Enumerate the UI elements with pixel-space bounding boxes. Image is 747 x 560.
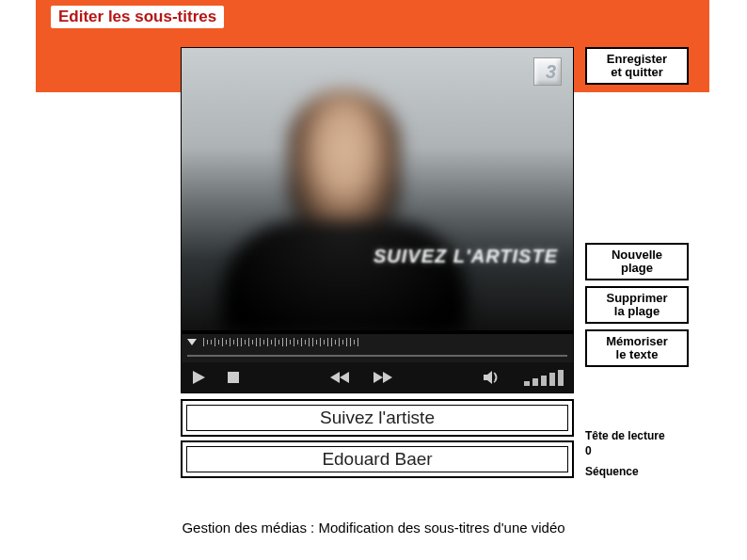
video-overlay-text: SUIVEZ L'ARTISTE [374,246,558,267]
playhead-info: Tête de lecture 0 Séquence [585,427,698,478]
svg-marker-3 [330,372,340,383]
forward-button[interactable] [372,371,392,384]
play-button[interactable] [191,370,206,385]
save-quit-button[interactable]: Enregister et quitter [585,47,689,85]
save-quit-l2: et quitter [611,65,663,79]
delete-range-button[interactable]: Supprimer la plage [585,286,689,324]
page-title: Editer les sous-titres [51,6,224,28]
mem-text-l2: le texte [616,347,659,361]
playhead-value: 0 [585,444,698,457]
rewind-button[interactable] [330,371,351,384]
svg-marker-5 [383,372,392,383]
playhead-label: Tête de lecture [585,429,698,442]
stop-button[interactable] [227,371,240,384]
svg-marker-6 [484,371,492,384]
volume-icon[interactable] [483,370,500,385]
new-range-button[interactable]: Nouvelle plage [585,243,689,280]
timeline-ruler[interactable] [182,334,573,349]
subtitle-line-2-text: Edouard Baer [186,446,568,472]
video-frame[interactable]: 3 SUIVEZ L'ARTISTE [182,48,573,330]
subtitle-line-1-text: Suivez l'artiste [186,405,568,431]
mem-text-l1: Mémoriser [606,334,668,348]
subtitle-line-2[interactable]: Edouard Baer [181,440,574,478]
video-player: 3 SUIVEZ L'ARTISTE [181,47,574,393]
save-quit-l1: Enregister [607,52,667,66]
video-still [288,89,467,330]
svg-marker-4 [374,372,383,383]
seek-slider[interactable] [182,349,573,362]
playhead-marker-icon[interactable] [187,339,197,345]
sequence-label: Séquence [585,465,698,478]
channel-logo: 3 [533,57,562,86]
player-controls [182,362,573,392]
new-range-l2: plage [621,261,653,275]
subtitle-line-1[interactable]: Suivez l'artiste [181,399,574,437]
memorize-text-button[interactable]: Mémoriser le texte [585,329,689,367]
del-range-l2: la plage [614,304,660,318]
svg-marker-0 [193,371,205,384]
figure-caption: Gestion des médias : Modification des so… [0,520,747,536]
svg-marker-2 [340,372,349,383]
video-editor: 3 SUIVEZ L'ARTISTE [181,47,693,482]
volume-level[interactable] [524,370,564,386]
svg-rect-1 [228,372,239,383]
new-range-l1: Nouvelle [612,248,662,262]
del-range-l1: Supprimer [606,291,667,305]
